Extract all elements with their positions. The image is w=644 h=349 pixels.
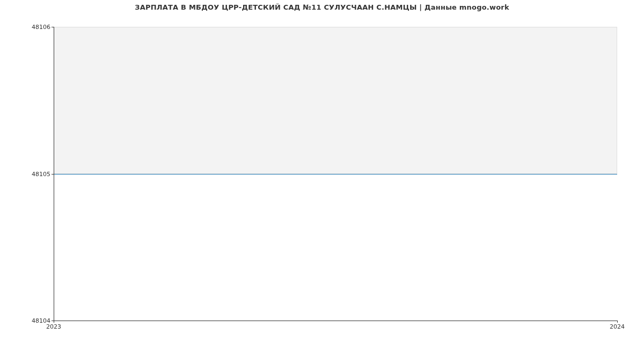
y-tick-mark — [52, 174, 54, 174]
y-tick-label: 48104 — [2, 317, 50, 324]
fill-region — [54, 27, 617, 174]
y-tick-label: 48105 — [2, 170, 50, 177]
y-tick-mark — [52, 27, 54, 27]
data-line — [54, 174, 617, 174]
x-tick-mark — [617, 321, 618, 323]
x-tick-mark — [54, 321, 54, 323]
chart-container: ЗАРПЛАТА В МБДОУ ЦРР-ДЕТСКИЙ САД №11 СУЛ… — [0, 0, 644, 349]
x-tick-label: 2024 — [610, 323, 625, 330]
x-tick-label: 2023 — [46, 323, 61, 330]
y-tick-label: 48106 — [2, 24, 50, 31]
y-axis-spine — [54, 27, 54, 321]
x-axis-spine — [54, 321, 617, 321]
chart-title: ЗАРПЛАТА В МБДОУ ЦРР-ДЕТСКИЙ САД №11 СУЛ… — [0, 3, 644, 11]
